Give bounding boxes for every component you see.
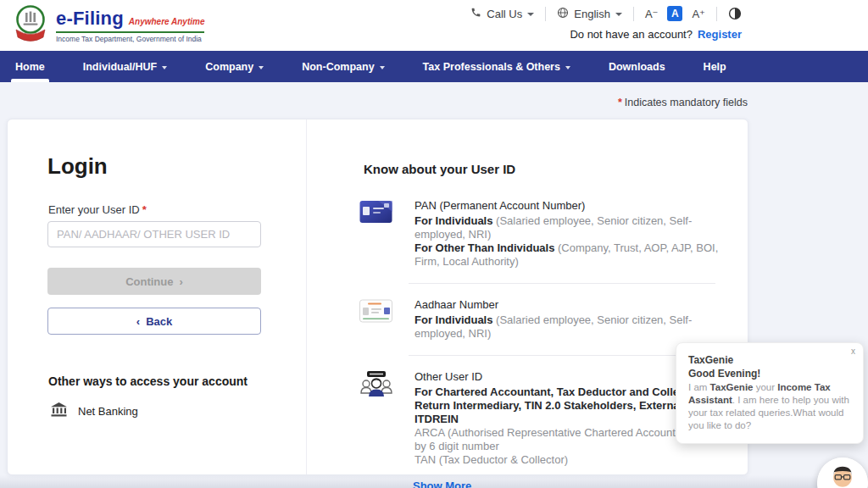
aadhaar-title: Aadhaar Number [415,298,741,312]
nav-item-individual-huf[interactable]: Individual/HUF [83,51,168,82]
main-nav: Home Individual/HUF Company Non-Company … [0,51,868,82]
other-ways-title: Other ways to access your account [48,374,248,388]
back-button[interactable]: ‹ Back [47,308,261,335]
mandatory-note-text: Indicates mandatory fields [625,97,748,108]
nav-item-non-company[interactable]: Non-Company [302,51,384,82]
brand-subtitle: Income Tax Department, Government of Ind… [56,35,204,43]
language-menu[interactable]: English [557,7,622,21]
chevron-down-icon [259,66,264,69]
nav-item-company[interactable]: Company [205,51,264,82]
user-id-type-aadhaar: Aadhaar Number For Individuals (Salaried… [359,298,741,341]
back-label: Back [146,315,172,328]
divider [633,7,634,21]
pan-text: PAN (Permanent Account Number) For Indiv… [415,199,741,269]
income-tax-emblem-icon [12,3,49,47]
account-prompt: Do not have an account? [570,28,693,41]
nav-item-help[interactable]: Help [704,51,726,82]
user-id-label-text: Enter your User ID [48,203,140,216]
show-more-link[interactable]: Show More [413,480,471,488]
pan-title: PAN (Permanent Account Number) [415,199,741,213]
top-controls: Call Us English A⁻ A A⁺ [470,6,742,21]
nav-individual-label: Individual/HUF [83,61,158,73]
call-us-label: Call Us [487,8,522,20]
chevron-right-icon: › [179,275,182,288]
aadhaar-line-individuals: For Individuals (Salaried employee, Seni… [415,313,741,341]
section-divider [409,283,715,284]
asterisk-mark: * [618,97,622,108]
close-icon[interactable]: x [851,347,855,356]
user-id-type-pan: PAN (Permanent Account Number) For Indiv… [359,199,741,269]
pan-line-other-than-individuals: For Other Than Individuals (Company, Tru… [415,241,741,269]
nav-home-label: Home [15,61,45,73]
taxgenie-popup: x TaxGenie Good Evening! I am TaxGenie y… [676,342,864,444]
know-section-title: Know about your User ID [359,162,741,176]
section-divider [409,355,715,356]
chevron-down-icon [162,66,167,69]
net-banking-option[interactable]: Net Banking [51,402,138,419]
net-banking-label: Net Banking [78,405,138,418]
continue-label: Continue [125,275,173,288]
nav-item-home[interactable]: Home [15,51,45,82]
font-increase-button[interactable]: A⁺ [692,8,705,20]
font-decrease-button[interactable]: A⁻ [645,8,659,20]
brand-text: e-Filing Anywhere Anytime Income Tax Dep… [56,8,204,43]
taxgenie-title: TaxGenie [688,353,851,367]
chevron-down-icon [615,13,622,16]
continue-button[interactable]: Continue › [47,268,261,295]
login-title: Login [47,153,108,180]
chevron-left-icon: ‹ [136,315,140,328]
user-id-label: Enter your User ID* [48,203,147,216]
people-group-icon [359,370,399,467]
font-size-controls: A⁻ A A⁺ [645,6,705,21]
nav-item-tax-professionals[interactable]: Tax Professionals & Others [423,51,570,82]
login-card: Login Enter your User ID* Continue › ‹ B… [7,119,748,475]
other-line-tan: TAN (Tax Deductor & Collector) [415,453,741,467]
vertical-divider [306,119,307,474]
nav-company-label: Company [205,61,253,73]
taxgenie-message: I am TaxGenie your Income Tax Assistant.… [688,381,851,432]
active-tab-indicator [11,79,49,82]
nav-downloads-label: Downloads [609,61,665,73]
nav-non-company-label: Non-Company [302,61,374,73]
brand-tagline: Anywhere Anytime [129,17,205,26]
divider [545,7,546,21]
font-default-button[interactable]: A [667,6,682,21]
chevron-down-icon [380,66,385,69]
taxgenie-greeting: Good Evening! [688,367,851,380]
register-row: Do not have an account? Register [570,28,742,41]
pan-card-icon [359,199,399,269]
call-us-menu[interactable]: Call Us [470,7,534,20]
user-id-input[interactable] [47,221,261,247]
know-title-prefix: Know about your [364,162,468,176]
globe-icon [557,7,569,21]
chevron-down-icon [565,66,570,69]
know-title-bold: User ID [471,162,516,176]
mandatory-fields-note: *Indicates mandatory fields [618,97,748,108]
divider [716,7,717,21]
efiling-login-page: e-Filing Anywhere Anytime Income Tax Dep… [0,0,868,488]
efiling-logo[interactable]: e-Filing Anywhere Anytime Income Tax Dep… [12,3,204,47]
contrast-toggle[interactable] [728,7,742,20]
brand-name: e-Filing [56,8,124,30]
brand-row: e-Filing Anywhere Anytime [56,8,204,33]
nav-help-label: Help [704,61,726,73]
pan-line-individuals: For Individuals (Salaried employee, Seni… [415,214,741,241]
chevron-down-icon [527,13,534,16]
aadhaar-card-icon [359,298,399,341]
language-label: English [574,8,610,20]
top-header: e-Filing Anywhere Anytime Income Tax Dep… [0,0,868,51]
bank-icon [51,402,67,419]
nav-tax-professionals-label: Tax Professionals & Others [423,61,560,73]
chatbot-avatar[interactable] [817,458,868,488]
required-asterisk: * [142,203,147,216]
aadhaar-text: Aadhaar Number For Individuals (Salaried… [415,298,741,341]
nav-item-downloads[interactable]: Downloads [609,51,665,82]
phone-icon [470,7,481,20]
register-link[interactable]: Register [698,28,742,41]
topbar-right: Call Us English A⁻ A A⁺ [470,6,742,41]
